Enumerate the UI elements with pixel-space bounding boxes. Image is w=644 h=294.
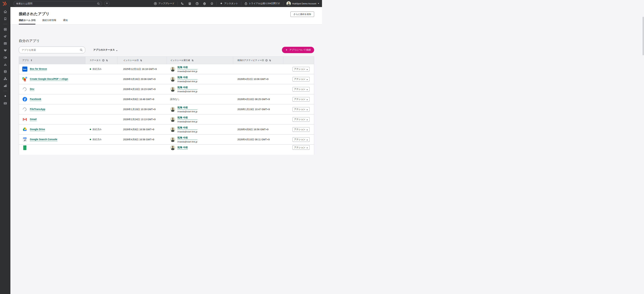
column-header-last-activity[interactable]: 前回のアクティビティー日 (233, 57, 284, 64)
tab-0[interactable]: 接続ホーム (23) (19, 19, 36, 24)
table-header-row: アプリ ステータス インストール日 インストール実行者 前回のアク (19, 57, 314, 64)
app-search-input[interactable] (22, 49, 80, 51)
trial-status[interactable]: トライアルは残り204日間です (244, 2, 280, 5)
upgrade-label: アップグレード (158, 2, 174, 5)
status-cell (85, 114, 118, 124)
sort-icon[interactable] (269, 59, 271, 61)
row-actions-button[interactable]: アクション (292, 107, 310, 112)
global-search[interactable] (14, 1, 102, 6)
section-title: 自分のアプリ (19, 24, 314, 43)
app-name-link[interactable]: Google Drive (30, 128, 45, 131)
upgrade-button[interactable]: アップグレード (154, 2, 174, 5)
app-name-link[interactable]: Create Google Docs/PDF + eSign (30, 78, 68, 81)
column-header-app[interactable]: アプリ (19, 57, 85, 64)
column-header-actions (283, 57, 314, 64)
help-icon[interactable] (196, 2, 199, 5)
account-menu[interactable]: HubSpot Demo Account (286, 1, 319, 6)
hubspot-logo-icon[interactable] (2, 1, 7, 6)
installer-name-link[interactable]: 拓海 今枝 (178, 136, 198, 140)
row-actions-button[interactable]: アクション (292, 145, 310, 147)
plus-icon (106, 2, 108, 5)
global-search-input[interactable] (16, 2, 97, 5)
app-name-link[interactable]: Google Search Console (30, 138, 57, 141)
assistant-button[interactable]: アシスタント (220, 2, 238, 5)
phone-icon[interactable] (181, 2, 184, 5)
status-cell: 接続済み (85, 64, 118, 74)
sort-icon[interactable] (192, 59, 194, 61)
table-row: Gmail2026年2月24日 13:13 GMT+9拓海 今枝imaeda@s… (19, 114, 314, 125)
last-activity-date: 2026年4月10日 08:11 GMT+9 (238, 138, 270, 141)
app-name-link[interactable]: Facebook (30, 98, 41, 101)
installed-date: 2026年1月19日 10:39 GMT+9 (123, 108, 156, 111)
sort-icon[interactable] (106, 59, 108, 61)
app-search[interactable] (19, 47, 85, 53)
search-icon[interactable] (80, 48, 83, 51)
sidebar-item-home[interactable] (0, 8, 10, 15)
column-header-status[interactable]: ステータス (85, 57, 118, 64)
app-name-link[interactable]: Box for Breeze (30, 67, 47, 71)
info-icon[interactable] (102, 59, 104, 61)
installer-name-link[interactable]: 拓海 今枝 (178, 146, 188, 147)
row-actions-button[interactable]: アクション (292, 137, 310, 142)
installer-name-link[interactable]: 拓海 今枝 (178, 76, 198, 79)
table-row: pdfCreate Google Docs/PDF + eSign2026年3月… (19, 74, 314, 84)
actions-cell: アクション (283, 94, 314, 104)
app-status-filter[interactable]: アプリのステータス (93, 48, 118, 51)
installer-name-link[interactable]: 拓海 今枝 (178, 106, 198, 110)
last-activity-cell: 2026年4月8日 16:56 GMT+9 (233, 125, 284, 134)
row-actions-button[interactable]: アクション (292, 77, 310, 81)
app-cell: Google Search Console (19, 135, 85, 144)
actions-cell: アクション (283, 145, 314, 147)
settings-icon[interactable] (203, 2, 206, 5)
installed-date: 2026年4月10日 19:23 GMT+9 (123, 88, 156, 91)
sidebar-item-automation[interactable] (0, 75, 10, 82)
sidebar-item-marketing[interactable] (0, 33, 10, 40)
column-header-installer[interactable]: インストール実行者 (167, 57, 233, 64)
actions-cell: アクション (283, 135, 314, 144)
installer-cell: 拓海 今枝imaeda@start-link.jp (167, 64, 233, 74)
chevron-down-icon (306, 78, 308, 80)
app-name-link[interactable]: FileTransApp (30, 108, 45, 111)
info-icon[interactable] (265, 59, 268, 61)
status-label: 接続済み (92, 128, 102, 131)
sort-asc-icon[interactable] (30, 59, 32, 61)
marketplace-icon[interactable] (188, 2, 191, 5)
create-button[interactable] (104, 1, 110, 6)
sidebar-item-ai-assistant[interactable] (0, 93, 10, 100)
connected-dot-icon (90, 139, 91, 140)
add-connection-button[interactable]: さらに接続を追加 (290, 11, 314, 17)
installer-name-link[interactable]: 拓海 今枝 (178, 116, 198, 120)
sidebar-item-contacts[interactable] (0, 26, 10, 33)
column-header-installed[interactable]: インストール日 (118, 57, 167, 64)
sidebar-item-sales-funnel[interactable] (0, 47, 10, 54)
app-name-link[interactable]: Gmail (30, 118, 36, 121)
sidebar-item-data[interactable] (0, 68, 10, 75)
sidebar-item-content[interactable] (0, 40, 10, 47)
tab-1[interactable]: 接続分析情報 (42, 19, 56, 24)
row-actions-button[interactable]: アクション (292, 87, 310, 91)
installer-avatar (170, 117, 175, 122)
installed-date-cell: 2026年1月19日 10:39 GMT+9 (118, 104, 167, 114)
search-icon[interactable] (97, 2, 100, 5)
sidebar-item-service[interactable] (0, 61, 10, 68)
installer-name-link[interactable]: 拓海 今枝 (178, 66, 198, 69)
tab-2[interactable]: 通知 (63, 19, 68, 24)
sidebar-item-bookmark[interactable] (0, 15, 10, 22)
app-cell: Gmail (19, 114, 85, 124)
puzzle-app-icon (22, 87, 27, 92)
row-actions-button[interactable]: アクション (292, 67, 310, 71)
last-activity-date: 2026年4月2日 10:06 GMT+9 (238, 78, 268, 81)
notifications-icon[interactable] (210, 2, 214, 5)
row-actions-button[interactable]: アクション (292, 97, 310, 102)
sort-icon[interactable] (140, 59, 142, 61)
row-actions-button[interactable]: アクション (292, 117, 310, 122)
installer-name-link[interactable]: 拓海 今枝 (178, 126, 198, 130)
installer-name-link[interactable]: 拓海 今枝 (178, 86, 198, 89)
row-actions-button[interactable]: アクション (292, 127, 310, 132)
request-app-button[interactable]: アプリについて依頼 (282, 47, 314, 53)
sidebar-item-developer[interactable] (0, 100, 10, 107)
sidebar-item-reporting[interactable] (0, 82, 10, 89)
app-name-link[interactable]: Dev (30, 88, 34, 91)
sidebar-item-commerce[interactable] (0, 54, 10, 61)
installed-date: 2026年4月8日 16:48 GMT+9 (123, 98, 154, 101)
